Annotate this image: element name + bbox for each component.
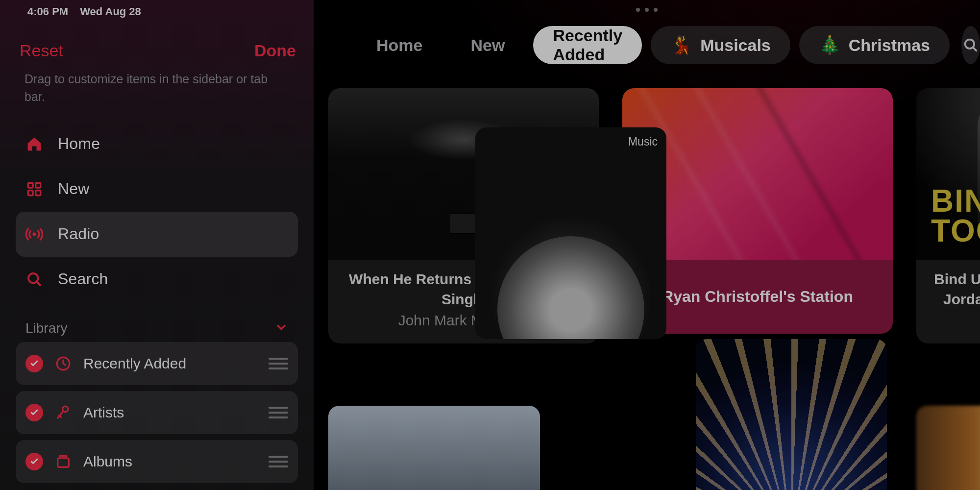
library-section-header[interactable]: Library xyxy=(0,306,314,342)
status-date: Wed Aug 28 xyxy=(80,5,141,18)
library-item-label: Artists xyxy=(83,404,258,421)
sidebar-item-label: Search xyxy=(58,270,108,288)
check-icon[interactable] xyxy=(25,453,43,470)
drag-handle-icon[interactable] xyxy=(269,456,288,467)
sidebar-item-label: Home xyxy=(58,135,100,153)
svg-rect-0 xyxy=(28,183,33,188)
sidebar-item-label: New xyxy=(58,180,90,198)
sidebar-hint: Drag to customize items in the sidebar o… xyxy=(0,64,314,118)
library-title: Library xyxy=(25,320,68,336)
library-item-artists[interactable]: Artists xyxy=(16,391,298,434)
sidebar-item-home[interactable]: Home xyxy=(16,122,298,167)
chevron-down-icon xyxy=(274,320,288,336)
library-item-recently-added[interactable]: Recently Added xyxy=(16,342,298,385)
tab-label: Musicals xyxy=(700,36,771,55)
done-button[interactable]: Done xyxy=(254,41,296,60)
library-item-label: Recently Added xyxy=(83,355,258,372)
sidebar-item-new[interactable]: New xyxy=(16,167,298,212)
radio-icon xyxy=(24,224,44,244)
drag-handle-icon[interactable] xyxy=(269,407,288,418)
svg-rect-8 xyxy=(58,458,69,466)
sidebar-header: Reset Done xyxy=(0,29,314,64)
svg-rect-1 xyxy=(36,183,41,188)
album-card[interactable]: BINDTOGE Bind Us Together (feat. Jordan … xyxy=(916,88,980,343)
status-time: 4:06 PM xyxy=(27,5,68,18)
sidebar-item-radio[interactable]: Radio xyxy=(16,212,298,257)
playlist-card[interactable] xyxy=(916,406,980,490)
dancer-icon: 💃 xyxy=(670,35,692,55)
main-content: Home New Recently Added 💃 Musicals 🎄 Chr… xyxy=(314,0,980,490)
album-artist: The xyxy=(924,312,980,329)
reset-button[interactable]: Reset xyxy=(20,41,63,60)
library-list: Recently Added Artists Albums xyxy=(0,342,314,464)
check-icon[interactable] xyxy=(25,404,43,421)
grid-icon xyxy=(24,179,44,199)
tab-musicals[interactable]: 💃 Musicals xyxy=(651,26,790,64)
album-art-text: BINDTOGE xyxy=(931,186,980,246)
tab-new[interactable]: New xyxy=(451,26,524,64)
album-meta: Bind Us Together (feat. Jordan & Savanna… xyxy=(916,260,980,343)
albums-icon xyxy=(54,452,73,471)
sidebar-item-search[interactable]: Search xyxy=(16,257,298,302)
sidebar-edit-panel: Reset Done Drag to customize items in th… xyxy=(0,0,314,490)
check-icon[interactable] xyxy=(25,355,43,372)
mic-icon xyxy=(54,403,73,422)
library-item-label: Albums xyxy=(83,453,258,470)
sidebar-item-label: Radio xyxy=(58,225,99,243)
home-icon xyxy=(24,134,44,154)
tree-icon: 🎄 xyxy=(819,35,841,55)
album-art: BINDTOGE xyxy=(916,88,980,260)
apple-music-badge: Music xyxy=(628,135,658,148)
svg-point-4 xyxy=(32,232,36,236)
tab-label: Christmas xyxy=(849,36,930,55)
search-icon xyxy=(962,37,979,53)
drag-handle-icon[interactable] xyxy=(269,358,288,369)
station-title: Ryan Christoffel's Station xyxy=(630,286,885,307)
tab-bar: Home New Recently Added 💃 Musicals 🎄 Chr… xyxy=(357,25,980,65)
tab-recently-added[interactable]: Recently Added xyxy=(533,26,642,64)
svg-rect-3 xyxy=(36,190,41,195)
tab-home[interactable]: Home xyxy=(357,26,442,64)
playlist-card[interactable] xyxy=(696,339,887,490)
album-title: Bind Us Together (feat. Jordan & Savanna… xyxy=(924,270,980,309)
window-handle-icon[interactable] xyxy=(636,8,658,12)
playlist-card[interactable]: Music xyxy=(475,127,666,339)
svg-rect-2 xyxy=(28,190,33,195)
tab-christmas[interactable]: 🎄 Christmas xyxy=(799,26,950,64)
clock-icon xyxy=(54,354,73,373)
status-bar: 4:06 PM Wed Aug 28 xyxy=(0,0,169,24)
playlist-card[interactable] xyxy=(328,406,540,490)
search-icon xyxy=(24,270,44,289)
sidebar-nav-list: Home New Radio Search xyxy=(0,118,314,306)
library-item-albums[interactable]: Albums xyxy=(16,440,298,483)
search-button[interactable] xyxy=(961,26,980,64)
